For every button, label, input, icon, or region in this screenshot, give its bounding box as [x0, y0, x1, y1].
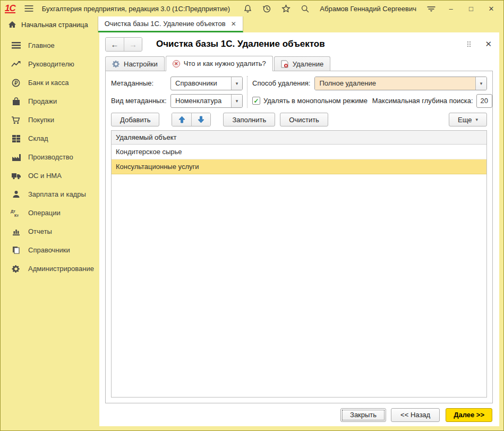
current-user-name[interactable]: Абрамов Геннадий Сергеевич [320, 5, 416, 13]
sidebar-item-label: Отчеты [28, 227, 52, 235]
window-close-button[interactable]: ✕ [484, 5, 498, 13]
table-row-selected[interactable]: Консультационные услуги [112, 159, 486, 174]
document-header: ← → Очистка базы 1С. Удаление объектов ✕ [99, 32, 499, 56]
search-icon[interactable] [298, 2, 311, 15]
favorites-star-icon[interactable] [279, 2, 292, 15]
close-button[interactable]: Закрыть [340, 408, 386, 422]
tab-label: Удаление [293, 60, 324, 68]
1c-logo: 1С [5, 4, 15, 13]
fill-button[interactable]: Заполнить [223, 113, 275, 126]
sidebar-item-salary-hr[interactable]: Зарплата и кадры [1, 185, 99, 204]
table-row[interactable]: Кондитерское сырье [112, 145, 486, 159]
form-area: Метаданные: Справочники ▾ Вид метаданных… [106, 71, 492, 111]
exclusive-mode-checkbox[interactable]: ✓ [252, 97, 260, 105]
back-button[interactable]: << Назад [391, 408, 440, 422]
tab-close-icon[interactable]: ✕ [231, 20, 236, 28]
metadata-kind-select-value: Номенклатура [171, 95, 231, 107]
maximize-button[interactable]: □ [464, 5, 478, 13]
sidebar-item-label: Зарплата и кадры [28, 190, 86, 198]
more-menu-icon[interactable] [467, 41, 471, 47]
sidebar-item-label: Руководителю [28, 60, 74, 68]
chevron-down-icon[interactable]: ▾ [475, 77, 486, 90]
cart-icon [11, 115, 21, 125]
delete-method-select[interactable]: Полное удаление ▾ [314, 77, 487, 90]
home-tab-label: Начальная страница [21, 21, 88, 29]
move-down-button[interactable] [191, 113, 210, 126]
tab-label: Настройки [124, 60, 158, 68]
sidebar-item-manager[interactable]: Руководителю [1, 55, 99, 73]
sidebar-item-reports[interactable]: Отчеты [1, 222, 99, 241]
dtkt-icon: ДтКт [11, 208, 21, 218]
metadata-kind-label: Вид метаданных: [111, 97, 167, 105]
sidebar-item-main[interactable]: Главное [1, 36, 99, 55]
sidebar-item-label: ОС и НМА [28, 172, 62, 180]
window-tab-bar: Начальная страница Очистка базы 1С. Удал… [1, 16, 503, 32]
metadata-kind-select[interactable]: Номенклатура ▾ [170, 94, 243, 108]
list-toolbar: Добавить Заполнить Очистить Еще ▾ [106, 111, 492, 130]
app-title: Бухгалтерия предприятия, редакция 3.0 (1… [42, 5, 230, 13]
max-depth-input[interactable]: 20 [476, 94, 492, 108]
ruble-icon [11, 78, 21, 88]
sidebar-item-label: Справочники [28, 246, 70, 254]
sidebar-item-administration[interactable]: Администрирование [1, 259, 99, 278]
tab-deletion[interactable]: Удаление [274, 56, 331, 71]
sidebar-item-bank-cash[interactable]: Банк и касса [1, 73, 99, 92]
max-depth-label: Максимальная глубина поиска: [372, 97, 473, 105]
tab-home-page[interactable]: Начальная страница [1, 16, 98, 32]
menu-icon [11, 41, 21, 50]
nav-back-button[interactable]: ← [106, 38, 124, 51]
bag-icon [11, 97, 21, 106]
sidebar-item-purchases[interactable]: Покупки [1, 111, 99, 129]
doc-tab-label: Очистка базы 1С. Удаление объектов [105, 20, 226, 28]
svg-text:Кт: Кт [14, 213, 19, 217]
sidebar-item-sales[interactable]: Продажи [1, 92, 99, 111]
delete-method-label: Способ удаления: [252, 79, 310, 87]
page-title: Очистка базы 1С. Удаление объектов [156, 39, 325, 49]
clear-button[interactable]: Очистить [280, 113, 328, 126]
sidebar-item-fixed-assets[interactable]: ОС и НМА [1, 166, 99, 185]
nav-forward-button[interactable]: → [124, 38, 142, 51]
more-button[interactable]: Еще ▾ [449, 113, 487, 126]
chevron-down-icon[interactable]: ▾ [231, 95, 242, 107]
books-icon [11, 246, 21, 255]
sidebar-item-label: Покупки [28, 116, 54, 124]
tab-cleanup-document[interactable]: Очистка базы 1С. Удаление объектов ✕ [98, 16, 243, 32]
app-window: 1С Бухгалтерия предприятия, редакция 3.0… [0, 0, 504, 431]
main-menu-icon[interactable] [23, 2, 36, 15]
sidebar-item-label: Операции [28, 209, 61, 217]
metadata-select-value: Справочники [171, 77, 231, 90]
sidebar-item-directories[interactable]: Справочники [1, 241, 99, 259]
wizard-footer: Закрыть << Назад Далее >> [99, 403, 499, 426]
tab-settings[interactable]: Настройки [105, 56, 165, 71]
sidebar-item-operations[interactable]: ДтКт Операции [1, 204, 99, 222]
minimize-button[interactable]: – [444, 5, 458, 13]
gear-icon [11, 264, 21, 274]
settings-tune-icon[interactable] [425, 2, 438, 15]
table-header[interactable]: Удаляемый объект [112, 131, 486, 145]
move-up-button[interactable] [172, 113, 191, 126]
sidebar-item-label: Банк и касса [28, 79, 69, 87]
sidebar-item-label: Главное [28, 41, 55, 49]
sidebar-item-warehouse[interactable]: Склад [1, 129, 99, 148]
person-icon [11, 190, 21, 199]
chevron-down-icon: ▾ [475, 117, 478, 122]
objects-table: Удаляемый объект Кондитерское сырье Конс… [111, 130, 487, 398]
truck-icon [11, 171, 21, 181]
settings-gear-icon [112, 60, 120, 68]
chevron-down-icon[interactable]: ▾ [231, 77, 242, 90]
home-icon [8, 21, 16, 28]
sidebar-item-production[interactable]: Производство [1, 148, 99, 166]
document-close-button[interactable]: ✕ [485, 39, 492, 49]
metadata-select[interactable]: Справочники ▾ [170, 77, 243, 90]
red-cross-circle-icon: ✕ [173, 60, 180, 67]
next-button[interactable]: Далее >> [446, 408, 492, 422]
tab-what-to-delete[interactable]: ✕ Что и как нужно удалить? [166, 56, 273, 71]
add-button[interactable]: Добавить [111, 113, 159, 126]
trend-icon [11, 60, 21, 69]
delete-document-icon [281, 60, 289, 68]
sidebar-item-label: Производство [28, 153, 73, 161]
history-icon[interactable] [260, 2, 273, 15]
notifications-bell-icon[interactable] [241, 2, 254, 15]
tab-label: Что и как нужно удалить? [184, 60, 266, 67]
document-area: ← → Очистка базы 1С. Удаление объектов ✕… [99, 32, 499, 426]
